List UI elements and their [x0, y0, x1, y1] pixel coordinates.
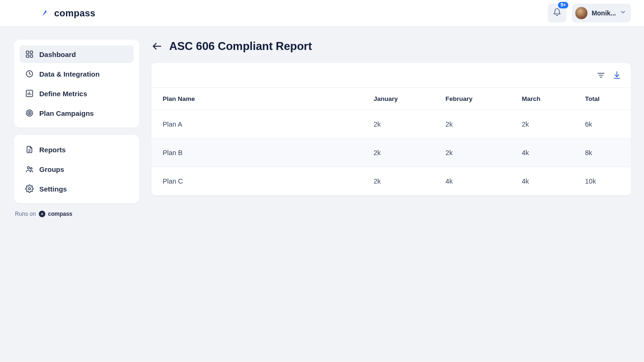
sidebar-item-label: Groups [39, 165, 64, 173]
cell-name: Plan B [151, 139, 362, 167]
table-row: Plan C2k4k4k10k [151, 167, 631, 196]
dashboard-icon [25, 50, 34, 58]
notifications-button[interactable]: 9+ [548, 4, 566, 22]
svg-point-6 [26, 110, 33, 116]
cell-february: 4k [434, 167, 510, 196]
compass-mini-logo-icon [39, 211, 45, 217]
svg-rect-0 [26, 51, 29, 53]
report-card: Plan NameJanuaryFebruaryMarchTotal Plan … [151, 63, 631, 196]
report-table: Plan NameJanuaryFebruaryMarchTotal Plan … [151, 88, 631, 196]
target-icon [25, 109, 34, 117]
sidebar-item-data-integration[interactable]: Data & Integration [20, 65, 134, 83]
column-header: Plan Name [151, 88, 362, 110]
sidebar-item-label: Reports [39, 146, 66, 154]
svg-rect-1 [30, 51, 33, 53]
svg-point-10 [30, 168, 32, 170]
groups-icon [25, 165, 34, 173]
sidebar-item-define-metrics[interactable]: Define Metrics [20, 85, 134, 102]
sidebar-item-plan-campaigns[interactable]: Plan Campaigns [20, 104, 134, 122]
sidebar-item-reports[interactable]: Reports [20, 141, 134, 158]
filter-button[interactable] [596, 71, 606, 80]
sidebar: DashboardData & IntegrationDefine Metric… [14, 40, 139, 217]
sidebar-item-settings[interactable]: Settings [20, 180, 134, 198]
table-row: Plan A2k2k2k6k [151, 110, 631, 139]
user-menu-button[interactable]: Monik... [572, 4, 631, 22]
header-right: 9+ Monik... [548, 4, 631, 22]
reports-icon [25, 145, 34, 154]
page-body: DashboardData & IntegrationDefine Metric… [0, 27, 644, 217]
table-header-row: Plan NameJanuaryFebruaryMarchTotal [151, 88, 631, 110]
bell-icon [553, 8, 561, 18]
cell-total: 6k [574, 110, 631, 139]
cell-march: 4k [510, 139, 573, 167]
svg-point-11 [29, 188, 31, 190]
user-name-label: Monik... [592, 9, 616, 17]
svg-point-9 [28, 167, 30, 169]
cell-total: 8k [574, 139, 631, 167]
column-header: February [434, 88, 510, 110]
runs-on-brand: compass [48, 211, 72, 217]
chevron-down-icon [620, 9, 626, 17]
sidebar-item-label: Data & Integration [39, 70, 100, 78]
sidebar-item-label: Define Metrics [39, 90, 87, 98]
page-title-row: ASC 606 Compliant Report [151, 40, 631, 53]
cell-march: 4k [510, 167, 573, 196]
cell-march: 2k [510, 110, 573, 139]
sidebar-group-secondary: ReportsGroupsSettings [14, 135, 139, 203]
cell-name: Plan A [151, 110, 362, 139]
cell-name: Plan C [151, 167, 362, 196]
runs-on-footer: Runs on compass [14, 211, 139, 217]
page-title: ASC 606 Compliant Report [169, 40, 312, 53]
brand-logo-icon [41, 8, 50, 18]
settings-icon [25, 185, 34, 193]
report-toolbar [151, 63, 631, 88]
svg-rect-2 [30, 55, 33, 57]
data-icon [25, 70, 34, 78]
brand-name: compass [54, 8, 95, 19]
cell-january: 2k [362, 110, 434, 139]
column-header: Total [574, 88, 631, 110]
sidebar-item-groups[interactable]: Groups [20, 160, 134, 178]
svg-point-8 [29, 113, 30, 114]
sidebar-group-primary: DashboardData & IntegrationDefine Metric… [14, 40, 139, 128]
cell-january: 2k [362, 167, 434, 196]
topbar: compass 9+ Monik... [0, 0, 644, 27]
cell-january: 2k [362, 139, 434, 167]
cell-february: 2k [434, 139, 510, 167]
sidebar-item-label: Plan Campaigns [39, 109, 94, 117]
avatar [575, 7, 588, 20]
back-button[interactable] [151, 41, 163, 52]
column-header: March [510, 88, 573, 110]
svg-rect-3 [26, 55, 29, 57]
download-button[interactable] [612, 71, 622, 80]
sidebar-item-label: Settings [39, 185, 67, 193]
table-row: Plan B2k2k4k8k [151, 139, 631, 167]
sidebar-item-dashboard[interactable]: Dashboard [20, 45, 134, 63]
notification-badge: 9+ [558, 2, 568, 8]
runs-on-label: Runs on [15, 211, 36, 217]
cell-february: 2k [434, 110, 510, 139]
metrics-icon [25, 89, 34, 98]
main-content: ASC 606 Compliant Report Plan NameJanuar… [151, 40, 631, 217]
cell-total: 10k [574, 167, 631, 196]
sidebar-item-label: Dashboard [39, 50, 76, 58]
svg-point-7 [28, 111, 31, 115]
brand[interactable]: compass [41, 8, 95, 19]
column-header: January [362, 88, 434, 110]
